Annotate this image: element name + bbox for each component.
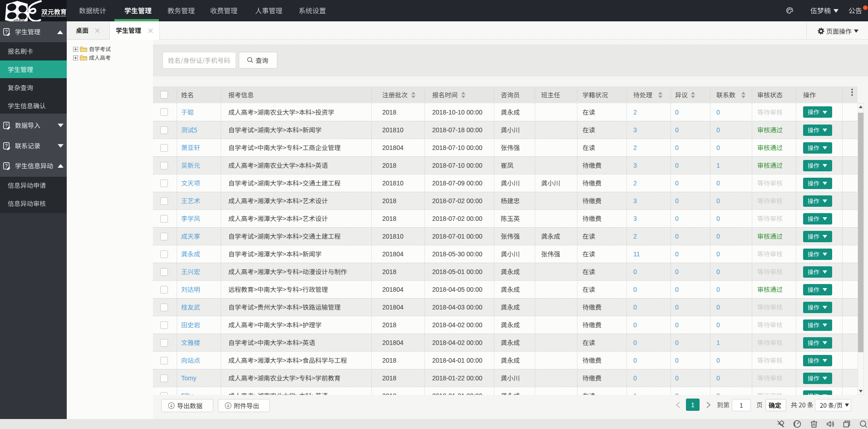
svg-text:?: ? bbox=[5, 144, 8, 149]
svg-text:?: ? bbox=[5, 123, 8, 128]
svg-text:?: ? bbox=[5, 164, 8, 169]
svg-text:BES Vocational Education: BES Vocational Education bbox=[41, 15, 66, 17]
svg-text:?: ? bbox=[5, 30, 8, 35]
